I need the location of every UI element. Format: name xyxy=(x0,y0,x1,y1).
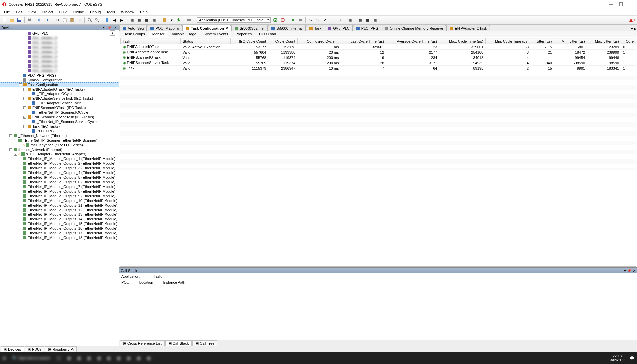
expander-icon[interactable]: - xyxy=(23,106,26,109)
table-row[interactable]: ◉ Task Valid 1115379238694710 ms 7648919… xyxy=(121,66,636,71)
tree-mod-out-11[interactable]: EtherNet_IP_Module_Outputs_11 (EtherNet/… xyxy=(0,203,119,208)
taskbar-clock[interactable]: 22:13 13/09/2022 xyxy=(608,354,626,362)
table-row[interactable]: ◉ ENIPScannerIOTask Valid 55768119374200… xyxy=(121,55,636,60)
panel-close-button[interactable]: ✕ xyxy=(113,25,118,30)
tree-task-c[interactable]: PLC_PRG xyxy=(0,129,119,133)
tab-task[interactable]: Task xyxy=(306,25,325,31)
menu-help[interactable]: Help xyxy=(137,9,150,15)
bottom-tab-call-stack[interactable]: ▣Call Stack xyxy=(165,340,192,346)
tab-pou-mapping[interactable]: POU_Mapping xyxy=(147,25,182,31)
expander-icon[interactable]: - xyxy=(9,148,12,151)
notifications-icon[interactable]: 💬 xyxy=(630,356,634,360)
tree-mod-out-2[interactable]: EtherNet_IP_Module_Outputs_2 (EtherNet/I… xyxy=(0,161,119,166)
tree-mod-out-13[interactable]: EtherNet_IP_Module_Outputs_13 (EtherNet/… xyxy=(0,212,119,217)
tree-task[interactable]: -Task (IEC-Tasks) xyxy=(0,124,119,129)
paste-button[interactable] xyxy=(69,17,75,23)
tree-scanner-io-c[interactable]: _EtherNet_IP_Scanner.IOCycle xyxy=(0,110,119,115)
tab-sr5000scanner[interactable]: Sr5000Scanner xyxy=(231,25,268,31)
tree-scanner-io[interactable]: -ENIPScannerIOTask (IEC-Tasks) xyxy=(0,105,119,110)
bookmark-button[interactable] xyxy=(104,17,110,23)
callstack-col-instance-path[interactable]: Instance Path xyxy=(163,280,185,284)
tree-adapter-svc[interactable]: -ENIPAdapterServiceTask (IEC-Tasks) xyxy=(0,96,119,101)
application-dropdown[interactable]: Application [FHS1_Codesys: PLC Logic] xyxy=(197,17,271,23)
col-header[interactable]: Last Cycle Time (µs) xyxy=(341,38,386,44)
delete-button[interactable]: ✕ xyxy=(76,17,83,23)
device-button[interactable] xyxy=(186,17,192,23)
tree-dropdown-button[interactable]: ▾ xyxy=(110,30,115,36)
menu-edit[interactable]: Edit xyxy=(13,9,25,15)
tab-close-icon[interactable]: ✕ xyxy=(225,26,228,30)
subtab-monitor[interactable]: Monitor xyxy=(149,31,168,37)
menu-debug[interactable]: Debug xyxy=(87,9,103,15)
tree-mod-out-10[interactable]: EtherNet_IP_Module_Outputs_10 (EtherNet/… xyxy=(0,198,119,203)
expander-icon[interactable]: - xyxy=(23,125,26,128)
tb-b[interactable]: ▦ xyxy=(136,17,143,23)
print-button[interactable] xyxy=(26,17,33,23)
step-next-button[interactable]: → xyxy=(329,17,336,23)
undo-button[interactable] xyxy=(36,17,43,23)
stop-button[interactable] xyxy=(297,17,304,23)
tree-mod-out-18[interactable]: EtherNet_IP_Module_Outputs_18 (EtherNet/… xyxy=(0,235,119,240)
tree-scanner-svc[interactable]: -ENIPScannerServiceTask (IEC-Tasks) xyxy=(0,115,119,119)
bottom-tab-pous[interactable]: ▣POUs xyxy=(25,346,44,352)
bottom-tab-devices[interactable]: ▣Devices xyxy=(1,346,24,352)
tree-mod-out-7[interactable]: EtherNet_IP_Module_Outputs_7 (EtherNet/I… xyxy=(0,184,119,189)
col-header[interactable]: Min. Cycle Time (µs) xyxy=(485,38,531,44)
subtab-properties[interactable]: Properties xyxy=(232,31,255,37)
tree-eip-scanner[interactable]: -_EtherNet_IP_Scanner (EtherNet/IP Scann… xyxy=(0,138,119,143)
callstack-dropdown[interactable]: ▾ xyxy=(624,269,626,273)
col-header[interactable]: Jitter (µs) xyxy=(531,38,554,44)
copy-button[interactable] xyxy=(61,17,68,23)
tree-symbol-conf[interactable]: Symbol Configuration xyxy=(0,78,119,82)
col-header[interactable]: Cycle Count xyxy=(268,38,297,44)
build-dd-button[interactable]: ▾ xyxy=(168,17,175,23)
tb-d[interactable]: ▦ xyxy=(151,17,157,23)
expander-icon[interactable]: - xyxy=(23,116,26,119)
tab-task-configuration[interactable]: Task Configuration✕ xyxy=(182,25,231,31)
tab-online-change-memory-reserve[interactable]: Online Change Memory Reserve xyxy=(382,25,446,31)
col-header[interactable]: Status xyxy=(180,38,230,44)
call-stack-body[interactable] xyxy=(119,285,637,340)
tab-gvl-plc[interactable]: GVL_PLC xyxy=(325,25,353,31)
tree-mod-out-12[interactable]: EtherNet_IP_Module_Outputs_12 (EtherNet/… xyxy=(0,208,119,212)
tb-c[interactable]: ▦ xyxy=(143,17,150,23)
tree-gvl-plc[interactable]: GVL_PLC xyxy=(0,31,119,36)
tree-ethnet2[interactable]: -thernet_Network (Ethernet) xyxy=(0,147,119,152)
start-button[interactable] xyxy=(290,17,296,23)
tree-blur-5[interactable]: GVL_Hidden_5 xyxy=(0,59,119,64)
maximize-button[interactable] xyxy=(619,2,623,6)
tb-x3[interactable]: ▦ xyxy=(372,17,378,23)
tree-scanner-svc-c[interactable]: _EtherNet_IP_Scanner.ServiceCycle xyxy=(0,119,119,124)
find-button[interactable] xyxy=(86,17,93,23)
col-header[interactable]: Max. Cycle Time (µs) xyxy=(439,38,485,44)
find-next-button[interactable] xyxy=(94,17,100,23)
tab-enipadapteriotask[interactable]: ENIPAdapterIOTask xyxy=(446,25,490,31)
close-button[interactable] xyxy=(629,2,633,6)
subtab-variable-usage[interactable]: Variable Usage xyxy=(168,31,200,37)
expander-icon[interactable]: - xyxy=(19,83,22,86)
error-badge[interactable]: 1 xyxy=(629,18,636,22)
tree-mod-out-1[interactable]: EtherNet_IP_Module_Outputs_1 (EtherNet/I… xyxy=(0,156,119,161)
expander-icon[interactable]: - xyxy=(23,88,26,91)
menu-view[interactable]: View xyxy=(26,9,39,15)
bottom-tab-raspberry-pi[interactable]: ▣Raspberry Pi xyxy=(45,346,77,352)
tree-blur-1[interactable]: GVL_Hidden_1 xyxy=(0,40,119,45)
tab-auto-seq[interactable]: Auto_Seq xyxy=(119,25,147,31)
tree-mod-out-8[interactable]: EtherNet_IP_Module_Outputs_8 (EtherNet/I… xyxy=(0,189,119,194)
tree-plc-prg[interactable]: PLC_PRG (PRG) xyxy=(0,73,119,78)
tree-mod-out-14[interactable]: EtherNet_IP_Module_Outputs_14 (EtherNet/… xyxy=(0,217,119,221)
menu-window[interactable]: Window xyxy=(118,9,137,15)
expander-icon[interactable]: - xyxy=(14,153,17,156)
col-header[interactable]: Min. Jitter (µs) xyxy=(554,38,587,44)
expander-icon[interactable]: - xyxy=(9,134,12,137)
tab-scroll-right[interactable]: ▶ xyxy=(634,27,636,31)
download-button[interactable] xyxy=(176,17,182,23)
subtab-system-events[interactable]: System Events xyxy=(200,31,232,37)
monitor-grid[interactable]: TaskStatusIEC-Cycle CountCycle CountConf… xyxy=(120,38,636,267)
tree-mod-out-6[interactable]: EtherNet_IP_Module_Outputs_6 (EtherNet/I… xyxy=(0,180,119,184)
col-header[interactable]: Task xyxy=(121,38,181,44)
step-over-button[interactable]: ↷ xyxy=(315,17,321,23)
tree-blur-2[interactable]: GVL_Hidden_2 xyxy=(0,45,119,50)
tree-blur-0[interactable]: GVL_Hidden_0 xyxy=(0,36,119,40)
tree-mod-out-4[interactable]: EtherNet_IP_Module_Outputs_4 (EtherNet/I… xyxy=(0,170,119,175)
